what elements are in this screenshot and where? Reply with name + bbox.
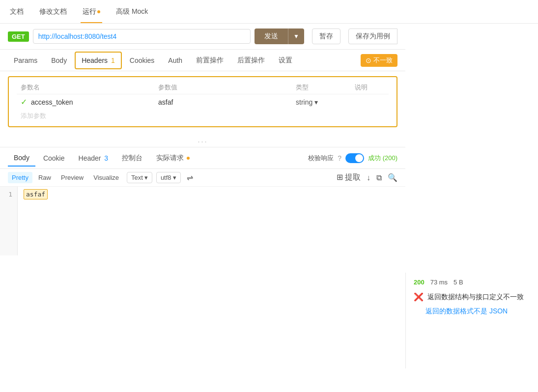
format-raw[interactable]: Raw (34, 172, 55, 183)
response-size: 5 B (453, 279, 463, 286)
add-param-row[interactable]: 添加参数 (17, 110, 389, 122)
resp-tab-console[interactable]: 控制台 (116, 150, 148, 167)
error-icon: ❌ (414, 292, 424, 302)
response-time: 73 ms (430, 279, 448, 286)
validate-toggle[interactable] (345, 153, 364, 163)
status-code: 200 (414, 279, 425, 286)
tab-post-ops[interactable]: 后置操作 (231, 52, 271, 69)
chevron-down-icon: ▾ (144, 174, 148, 181)
param-type-value: string (296, 98, 312, 106)
send-button[interactable]: 发送 (255, 28, 288, 44)
check-icon: ✓ (21, 97, 27, 107)
resp-tab-cookie[interactable]: Cookie (37, 150, 71, 166)
nav-docs-label: 文档 (10, 7, 24, 16)
send-button-group: 发送 ▼ (255, 28, 304, 44)
resp-tab-body[interactable]: Body (8, 150, 35, 167)
response-content: 1 asfaf (0, 187, 405, 255)
method-badge: GET (8, 31, 29, 42)
encoding-dropdown[interactable]: utf8 ▾ (156, 172, 181, 183)
headers-table: 参数名 参数值 类型 说明 ✓ access_token asfaf strin… (8, 76, 397, 127)
panel-divider[interactable]: ... (0, 132, 405, 147)
validate-section: 校验响应 ? 成功 (200) (308, 153, 397, 163)
tab-auth[interactable]: Auth (162, 53, 188, 68)
param-name-value: access_token (31, 98, 73, 106)
validate-label: 校验响应 (308, 154, 334, 163)
nav-run[interactable]: 运行 (81, 0, 102, 23)
col-type-header: 类型 (296, 83, 355, 92)
col-name-header: 参数名 (21, 83, 158, 92)
response-actions: ⊞ 提取 ↓ ⧉ 🔍 (337, 172, 397, 183)
nav-edit-docs[interactable]: 修改文档 (37, 0, 69, 23)
col-desc-header: 说明 (355, 83, 385, 92)
nav-advanced-mock[interactable]: 高级 Mock (114, 0, 150, 23)
response-body-toolbar: Pretty Raw Preview Visualize Text ▾ utf8 (0, 169, 405, 187)
warn-icon: ⊙ (366, 56, 371, 64)
resp-tab-actual-request[interactable]: 实际请求 (150, 150, 196, 167)
status-line: 200 73 ms 5 B (414, 279, 530, 286)
format-pretty[interactable]: Pretty (8, 172, 32, 183)
col-value-header: 参数值 (158, 83, 296, 92)
code-content: asfaf (18, 187, 405, 255)
tab-params[interactable]: Params (8, 53, 43, 68)
format-visualize[interactable]: Visualize (89, 172, 123, 183)
line-numbers: 1 (0, 187, 18, 255)
validate-help-icon[interactable]: ? (338, 154, 341, 162)
send-dropdown-arrow[interactable]: ▼ (288, 28, 304, 44)
table-row: ✓ access_token asfaf string ▾ (17, 94, 389, 110)
right-panel: 200 73 ms 5 B ❌ 返回数据结构与接口定义不一致 返回的数据格式不是… (405, 273, 538, 368)
tab-body[interactable]: Body (45, 53, 73, 68)
response-tabs: Body Cookie Header 3 控制台 实际请求 校验响应 (0, 147, 405, 169)
inconsistent-badge: ⊙ 不一致 (361, 54, 397, 67)
search-icon[interactable]: 🔍 (388, 173, 397, 182)
error-item: ❌ 返回数据结构与接口定义不一致 (414, 292, 530, 302)
nav-advanced-mock-label: 高级 Mock (116, 7, 148, 16)
chevron-down-icon: ▾ (314, 98, 318, 106)
param-type-cell[interactable]: string ▾ (296, 98, 355, 106)
resp-tab-header[interactable]: Header 3 (73, 150, 114, 166)
param-name-cell: ✓ access_token (21, 97, 158, 107)
run-dot (97, 10, 100, 13)
request-tabs: Params Body Headers 1 Cookies Auth 前置操作 … (0, 50, 405, 71)
wrap-toggle-button[interactable]: ⇌ (187, 173, 193, 182)
param-value-value: asfaf (158, 98, 173, 106)
url-input[interactable] (33, 29, 251, 44)
response-panel: Body Cookie Header 3 控制台 实际请求 校验响应 (0, 147, 405, 255)
format-preview[interactable]: Preview (57, 172, 87, 183)
warning-text: 返回的数据格式不是 JSON (425, 307, 530, 316)
tab-headers[interactable]: Headers 1 (75, 52, 122, 69)
headers-table-header: 参数名 参数值 类型 说明 (17, 81, 389, 94)
actual-request-dot (187, 157, 190, 160)
tab-settings[interactable]: 设置 (273, 52, 298, 69)
chevron-down-icon: ▾ (173, 174, 176, 181)
download-icon[interactable]: ↓ (367, 173, 370, 182)
code-value: asfaf (24, 189, 48, 199)
error-text: 返回数据结构与接口定义不一致 (427, 292, 524, 302)
url-bar: GET 发送 ▼ 暂存 保存为用例 (0, 24, 405, 50)
save-temp-button[interactable]: 暂存 (312, 28, 340, 44)
type-dropdown[interactable]: Text ▾ (127, 172, 152, 183)
top-nav: 文档 修改文档 运行 高级 Mock (0, 0, 538, 24)
tab-pre-ops[interactable]: 前置操作 (190, 52, 229, 69)
param-value-cell: asfaf (158, 98, 296, 106)
nav-docs[interactable]: 文档 (8, 0, 26, 23)
success-badge: 成功 (200) (368, 154, 397, 163)
copy-icon[interactable]: ⧉ (376, 173, 382, 182)
save-user-button[interactable]: 保存为用例 (348, 28, 397, 44)
nav-edit-docs-label: 修改文档 (39, 7, 67, 16)
nav-run-label: 运行 (83, 7, 96, 16)
extract-button[interactable]: ⊞ 提取 (337, 172, 361, 183)
tab-cookies[interactable]: Cookies (124, 53, 161, 68)
